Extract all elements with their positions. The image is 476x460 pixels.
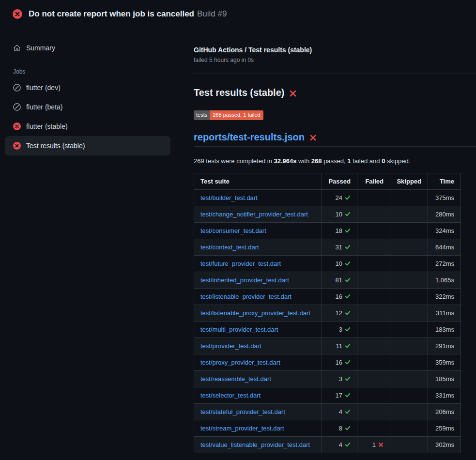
sidebar-item-flutter-stable[interactable]: flutter (stable) (5, 117, 170, 136)
suite-link[interactable]: test/context_test.dart (200, 244, 259, 251)
skipped-cell (390, 190, 428, 206)
summary-text: passed, (322, 157, 348, 165)
cancelled-icon (13, 103, 21, 111)
check-icon (345, 228, 351, 233)
suite-cell: test/listenable_provider_test.dart (194, 289, 322, 305)
suite-link[interactable]: test/listenable_provider_test.dart (200, 293, 292, 300)
suite-cell: test/multi_provider_test.dart (194, 322, 322, 338)
table-row: test/inherited_provider_test.dart811.065… (194, 272, 461, 289)
table-row: test/consumer_test.dart18324ms (194, 223, 461, 239)
suite-link[interactable]: test/consumer_test.dart (200, 227, 266, 234)
page-title: Do not create report when job is cancell… (29, 9, 227, 19)
sidebar-item-label: flutter (dev) (26, 84, 61, 92)
suite-cell: test/value_listenable_provider_test.dart (194, 437, 322, 453)
summary-text: failed and (351, 157, 382, 165)
col-skipped: Skipped (390, 173, 428, 190)
suite-link[interactable]: test/provider_test.dart (200, 342, 261, 350)
failed-status-icon (13, 123, 21, 130)
check-icon (345, 326, 351, 332)
passed-cell: 10 (322, 256, 357, 272)
build-title: Do not create report when job is cancell… (29, 9, 194, 18)
failed-cell (357, 420, 390, 437)
check-icon (345, 442, 351, 447)
skipped-cell (390, 289, 428, 305)
skipped-cell (390, 420, 428, 437)
suite-link[interactable]: test/proxy_provider_test.dart (200, 359, 280, 366)
skipped-cell (390, 223, 428, 239)
time-cell: 375ms (428, 190, 461, 206)
skipped-cell (390, 437, 428, 453)
suite-link[interactable]: test/inherited_provider_test.dart (200, 276, 289, 284)
badge-value: 268 passed, 1 failed (210, 110, 263, 120)
check-icon (345, 425, 351, 431)
table-row: test/stateful_provider_test.dart4206ms (194, 404, 461, 420)
failed-cell (357, 256, 390, 272)
check-icon (345, 277, 351, 283)
test-table-body: test/builder_test.dart24375mstest/change… (194, 190, 461, 453)
table-row: test/change_notifier_provider_test.dart1… (194, 206, 461, 223)
sidebar-item-label: flutter (beta) (26, 103, 62, 111)
passed-cell: 16 (322, 354, 357, 371)
suite-cell: test/reassemble_test.dart (194, 371, 322, 387)
suite-link[interactable]: test/value_listenable_provider_test.dart (200, 441, 310, 448)
failed-cell (357, 371, 390, 387)
time-cell: 331ms (428, 387, 461, 404)
time-cell: 291ms (428, 338, 461, 354)
sidebar-item-flutter-dev[interactable]: flutter (dev) (5, 78, 170, 97)
time-cell: 322ms (428, 289, 461, 305)
summary-text: skipped. (385, 157, 410, 165)
col-time: Time (428, 173, 461, 190)
failed-cell (357, 223, 390, 239)
failed-cell (357, 289, 390, 305)
time-cell: 185ms (428, 371, 461, 387)
suite-cell: test/listenable_proxy_provider_test.dart (194, 305, 322, 322)
check-icon (345, 211, 351, 217)
failed-cell (357, 354, 390, 371)
sidebar-item-label: Summary (26, 44, 55, 52)
suite-link[interactable]: test/stateful_provider_test.dart (200, 408, 285, 415)
check-icon (345, 409, 351, 414)
suite-link[interactable]: test/builder_test.dart (200, 194, 258, 201)
suite-cell: test/provider_test.dart (194, 338, 322, 354)
check-icon (345, 376, 351, 382)
passed-cell: 8 (322, 420, 357, 437)
time-cell: 272ms (428, 256, 461, 272)
job-status-text: failed 5 hours ago in 0s (194, 57, 476, 63)
suite-cell: test/proxy_provider_test.dart (194, 354, 322, 371)
time-cell: 280ms (428, 206, 461, 223)
table-row: test/builder_test.dart24375ms (194, 190, 461, 206)
skipped-cell (390, 272, 428, 289)
sidebar-item-test-results-stable[interactable]: Test results (stable) (5, 136, 170, 155)
suite-link[interactable]: test/multi_provider_test.dart (200, 326, 278, 333)
sidebar-item-flutter-beta[interactable]: flutter (beta) (5, 97, 170, 117)
failed-cell (357, 305, 390, 322)
col-failed: Failed (357, 173, 390, 190)
divider (194, 74, 476, 74)
suite-link[interactable]: test/future_provider_test.dart (200, 260, 281, 267)
col-test-suite: Test suite (194, 173, 322, 190)
passed-cell: 3 (322, 371, 357, 387)
suite-link[interactable]: test/stream_provider_test.dart (200, 425, 284, 432)
suite-link[interactable]: test/reassemble_test.dart (200, 375, 271, 383)
suite-link[interactable]: test/selector_test.dart (200, 392, 261, 399)
skipped-cell (390, 322, 428, 338)
passed-cell: 10 (322, 206, 357, 223)
time-cell: 644ms (428, 239, 461, 256)
suite-link[interactable]: test/listenable_proxy_provider_test.dart (200, 309, 310, 317)
check-icon (345, 244, 351, 250)
report-file-heading: reports/test-results.json (194, 132, 476, 147)
cross-mark-icon (309, 134, 317, 141)
summary-duration: 32.964s (274, 157, 296, 165)
sidebar-item-summary[interactable]: Summary (5, 38, 170, 58)
skipped-cell (390, 404, 428, 420)
report-file-link[interactable]: reports/test-results.json (194, 132, 305, 143)
suite-cell: test/builder_test.dart (194, 190, 322, 206)
skipped-cell (390, 354, 428, 371)
time-cell: 359ms (428, 354, 461, 371)
suite-link[interactable]: test/change_notifier_provider_test.dart (200, 211, 308, 218)
passed-cell: 4 (322, 437, 357, 453)
sidebar-item-label: Test results (stable) (26, 142, 85, 150)
time-cell: 206ms (428, 404, 461, 420)
skipped-cell (390, 239, 428, 256)
report-title: Test results (stable) (194, 87, 476, 98)
